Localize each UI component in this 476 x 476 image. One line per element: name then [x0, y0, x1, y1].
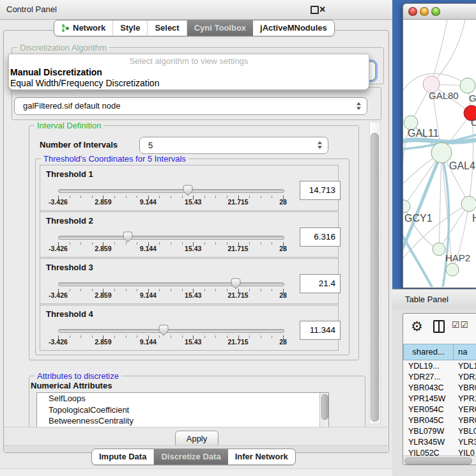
table-cell-shared-name[interactable]: YDL19...	[408, 362, 454, 371]
dropdown-hint-item[interactable]: Select algorithm to view settings	[9, 56, 369, 66]
minimize-traffic-light-icon[interactable]	[420, 7, 429, 16]
threshold-2-value-field[interactable]: 6.316	[300, 227, 341, 247]
number-of-intervals-label: Number of Intervals	[40, 136, 118, 154]
column-header-name[interactable]: na	[454, 344, 476, 360]
tab-label: Cyni Toolbox	[194, 20, 246, 36]
table-cell-name[interactable]: YDR2	[458, 372, 476, 381]
network-window-titlebar[interactable]	[403, 4, 476, 20]
table-row[interactable]: YBR043CYBR0	[403, 383, 476, 394]
tab-network[interactable]: Network	[54, 20, 113, 36]
dropdown-item-equal-width-frequency-discretization[interactable]: Equal Width/Frequency Discretization	[10, 78, 159, 88]
tab-discretize-data[interactable]: Discretize Data	[154, 449, 227, 464]
tick-mark	[272, 242, 272, 245]
numerical-attributes-list[interactable]: SelfLoopsTopologicalCoefficientBetweenne…	[36, 392, 329, 427]
threshold-3-value-field[interactable]: 21.4	[300, 274, 341, 293]
table-cell-name[interactable]: YDL1	[458, 362, 476, 371]
tab-jactivemnodules[interactable]: jActiveMNodules	[253, 20, 334, 36]
threshold-4-slider-thumb[interactable]	[158, 325, 169, 336]
network-node[interactable]	[403, 200, 410, 213]
zoom-traffic-light-icon[interactable]	[431, 7, 440, 16]
network-node[interactable]	[446, 263, 459, 276]
table-cell-name[interactable]: YLR3	[458, 438, 476, 447]
tick-mark	[204, 196, 205, 198]
column-header-shared-name[interactable]: shared...	[403, 344, 454, 360]
settings-scrollbar-thumb[interactable]	[371, 133, 379, 422]
table-horizontal-scrollbar[interactable]	[403, 456, 476, 465]
network-node[interactable]	[461, 196, 476, 211]
table-cell-shared-name[interactable]: YER054C	[408, 405, 454, 414]
network-node-label: GAL80	[429, 90, 459, 101]
threshold-3-panel: Threshold 3-3.4262.8599.14415.4321.71528…	[40, 258, 339, 304]
dropdown-item-manual-discretization[interactable]: Manual Discretization	[10, 67, 102, 77]
gear-icon[interactable]: ⚙	[411, 316, 423, 337]
tick-mark	[171, 289, 171, 291]
table-row[interactable]: YPR145WYPR1	[403, 394, 476, 405]
table-cell-name[interactable]: YBL0	[458, 427, 476, 436]
table-row[interactable]: YER054CYER0	[403, 405, 476, 416]
tick-mark	[272, 196, 272, 198]
tick-label: 28	[279, 291, 287, 299]
table-cell-name[interactable]: YBR0	[458, 383, 476, 392]
network-window: GAL80GACGAL11GAL4GCY1HHAP2	[403, 3, 476, 288]
list-scrollbar[interactable]	[319, 393, 328, 427]
attribute-list-item[interactable]: BetweennessCentrality	[37, 415, 328, 427]
table-cell-name[interactable]: YER0	[458, 405, 476, 414]
tick-mark	[81, 196, 81, 198]
tick-label: 15.43	[185, 338, 201, 346]
tick-label: 9.144	[140, 198, 157, 206]
threshold-2-slider-thumb[interactable]	[123, 231, 133, 243]
tick-label: 21.715	[228, 338, 249, 346]
table-cell-shared-name[interactable]: YBR043C	[408, 383, 454, 392]
threshold-2-slider-track[interactable]	[58, 236, 284, 240]
table-data-selected-value: galFiltered.sif default node	[23, 98, 120, 114]
table-cell-shared-name[interactable]: YPR145W	[408, 394, 454, 403]
number-of-intervals-select[interactable]: 5	[139, 137, 328, 154]
network-edge	[439, 153, 441, 249]
tick-label: 28	[279, 198, 287, 206]
threshold-4-value-field[interactable]: 11.344	[300, 321, 341, 340]
close-icon[interactable]: ×	[319, 2, 325, 17]
tab-impute-data[interactable]: Impute Data	[92, 449, 154, 464]
threshold-1-slider-track[interactable]	[58, 189, 284, 193]
checkbox-icons[interactable]: ☑☑	[452, 319, 469, 330]
table-cell-shared-name[interactable]: YBL079W	[408, 427, 454, 436]
split-columns-icon[interactable]	[433, 320, 445, 333]
close-traffic-light-icon[interactable]	[408, 7, 417, 16]
table-horizontal-scrollbar-thumb[interactable]	[404, 457, 472, 464]
table-cell-shared-name[interactable]: YBR045C	[408, 416, 454, 425]
tick-mark	[137, 335, 137, 338]
table-cell-name[interactable]: YBR0	[458, 416, 476, 425]
threshold-3-slider-track[interactable]	[58, 282, 284, 286]
attribute-list-item[interactable]: TopologicalCoefficient	[37, 404, 328, 416]
tick-mark	[137, 196, 137, 198]
tab-infer-network[interactable]: Infer Network	[228, 449, 295, 464]
threshold-1-value-field[interactable]: 14.713	[300, 181, 341, 200]
list-scrollbar-thumb[interactable]	[321, 394, 328, 420]
tab-select[interactable]: Select	[148, 20, 187, 36]
table-row[interactable]: YBL079WYBL0	[403, 427, 476, 438]
table-cell-shared-name[interactable]: YLR345W	[408, 438, 454, 447]
threshold-4-slider-track[interactable]	[58, 329, 284, 333]
table-row[interactable]: YDR27...YDR2	[403, 372, 476, 383]
tick-mark	[204, 242, 205, 245]
table-row[interactable]: YDL19...YDL1	[403, 362, 476, 372]
tick-mark	[114, 335, 115, 338]
tab-style[interactable]: Style	[113, 20, 148, 36]
table-data-select[interactable]: galFiltered.sif default node	[14, 97, 367, 115]
tick-mark	[92, 289, 93, 291]
discretization-algorithm-title: Discretization Algorithm	[17, 43, 109, 52]
tab-label: Infer Network	[235, 449, 288, 464]
table-row[interactable]: YLR345WYLR3	[403, 438, 476, 449]
table-cell-shared-name[interactable]: YDR27...	[408, 372, 454, 381]
tab-cyni-toolbox[interactable]: Cyni Toolbox	[187, 20, 253, 36]
network-canvas[interactable]: GAL80GACGAL11GAL4GCY1HHAP2	[403, 20, 476, 287]
network-node-label: GCY1	[404, 213, 433, 224]
network-node[interactable]	[460, 78, 475, 93]
threshold-3-slider-thumb[interactable]	[231, 278, 241, 289]
table-row[interactable]: YBR045CYBR0	[403, 416, 476, 427]
attribute-list-item[interactable]: SelfLoops	[37, 393, 328, 404]
table-cell-name[interactable]: YPR1	[458, 394, 476, 403]
threshold-1-slider-thumb[interactable]	[183, 185, 193, 196]
float-panel-icon[interactable]	[311, 6, 319, 14]
network-node[interactable]	[433, 243, 445, 256]
